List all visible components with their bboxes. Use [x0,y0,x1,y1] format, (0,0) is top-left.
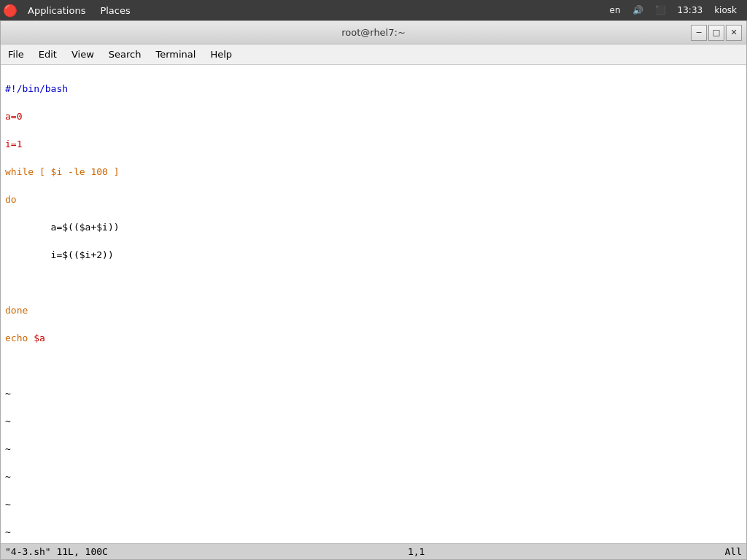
file-menu[interactable]: File [1,44,31,65]
places-menu[interactable]: Places [93,0,137,20]
window-title: root@rhel7:~ [341,27,406,38]
volume-icon[interactable]: 🔊 [630,5,646,15]
minimize-button[interactable]: − [691,25,707,41]
terminal-menu[interactable]: Terminal [148,44,203,65]
tilde-6: ~ [5,525,742,539]
terminal-window: root@rhel7:~ − □ ✕ File Edit View Search… [0,20,747,560]
close-button[interactable]: ✕ [726,25,742,41]
code-line-3: i=1 [5,137,742,151]
code-line-7: i=$(($i+2)) [5,248,742,262]
code-line-9: done [5,303,742,317]
applications-menu[interactable]: Applications [20,0,93,20]
code-line-2: a=0 [5,109,742,123]
edit-menu[interactable]: Edit [31,44,64,65]
window-controls: − □ ✕ [691,25,742,41]
system-logo: 🔴 [0,0,20,20]
language-indicator: en [607,5,624,15]
editor-content[interactable]: #!/bin/bash a=0 i=1 while [ $i -le 100 ]… [1,65,746,543]
tilde-5: ~ [5,497,742,511]
help-menu[interactable]: Help [203,44,239,65]
maximize-button[interactable]: □ [708,25,724,41]
code-line-4: while [ $i -le 100 ] [5,165,742,179]
status-position: All [725,546,742,557]
tilde-3: ~ [5,442,742,456]
menu-bar: File Edit View Search Terminal Help [1,44,746,65]
code-line-6: a=$(($a+$i)) [5,220,742,234]
code-line-10: echo $a [5,331,742,345]
view-menu[interactable]: View [64,44,101,65]
clock: 13:33 [675,5,706,15]
code-line-8 [5,276,742,289]
system-bar-left: 🔴 Applications Places [0,0,138,20]
search-menu[interactable]: Search [101,44,149,65]
code-line-11 [5,359,742,373]
tilde-4: ~ [5,470,742,483]
tilde-2: ~ [5,414,742,428]
system-bar-right: en 🔊 ⬛ 13:33 kiosk [607,5,747,15]
editor-area[interactable]: #!/bin/bash a=0 i=1 while [ $i -le 100 ]… [1,65,746,559]
user-label: kiosk [711,5,740,15]
code-line-1: #!/bin/bash [5,82,742,96]
system-bar: 🔴 Applications Places en 🔊 ⬛ 13:33 kiosk [0,0,747,20]
title-bar: root@rhel7:~ − □ ✕ [1,21,746,44]
code-line-5: do [5,192,742,206]
status-bar: "4-3.sh" 11L, 100C 1,1 All [1,543,746,559]
status-cursor: 1,1 [408,546,425,557]
screen-icon: ⬛ [652,5,669,15]
tilde-1: ~ [5,386,742,400]
status-filename: "4-3.sh" 11L, 100C [5,546,108,557]
